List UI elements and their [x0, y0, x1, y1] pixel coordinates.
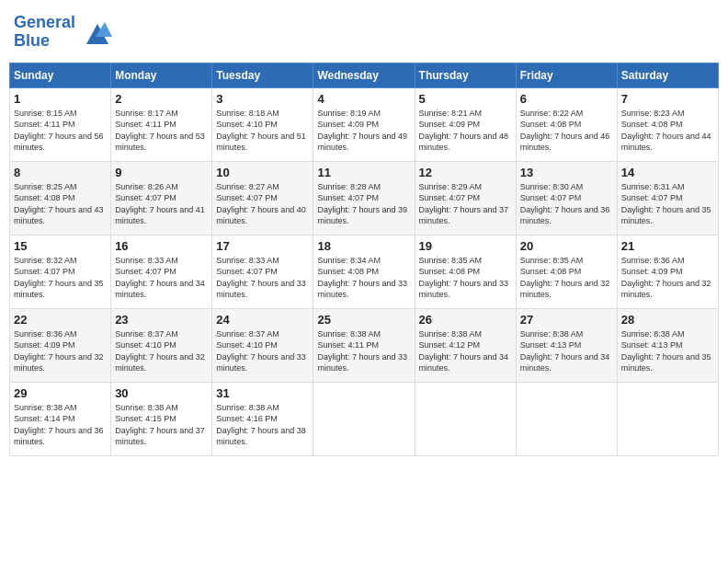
- day-info: Sunrise: 8:38 AM Sunset: 4:16 PM Dayligh…: [216, 402, 309, 448]
- day-number: 23: [115, 313, 208, 327]
- calendar-cell: 31 Sunrise: 8:38 AM Sunset: 4:16 PM Dayl…: [212, 382, 313, 455]
- calendar-cell: 11 Sunrise: 8:28 AM Sunset: 4:07 PM Dayl…: [313, 161, 415, 235]
- day-info: Sunrise: 8:17 AM Sunset: 4:11 PM Dayligh…: [115, 108, 208, 154]
- day-number: 30: [115, 386, 208, 400]
- weekday-header: Saturday: [617, 63, 718, 87]
- day-number: 19: [419, 239, 512, 253]
- day-info: Sunrise: 8:15 AM Sunset: 4:11 PM Dayligh…: [14, 108, 107, 154]
- day-info: Sunrise: 8:38 AM Sunset: 4:11 PM Dayligh…: [317, 328, 410, 374]
- day-info: Sunrise: 8:35 AM Sunset: 4:08 PM Dayligh…: [419, 255, 512, 301]
- calendar-cell: [617, 382, 718, 455]
- weekday-header: Wednesday: [313, 63, 415, 87]
- day-number: 22: [14, 313, 107, 327]
- calendar-cell: 28 Sunrise: 8:38 AM Sunset: 4:13 PM Dayl…: [617, 308, 718, 382]
- day-number: 1: [14, 92, 107, 106]
- calendar-cell: [516, 382, 617, 455]
- day-number: 27: [520, 313, 613, 327]
- day-number: 6: [520, 92, 613, 106]
- day-info: Sunrise: 8:28 AM Sunset: 4:07 PM Dayligh…: [317, 181, 410, 227]
- day-info: Sunrise: 8:18 AM Sunset: 4:10 PM Dayligh…: [216, 108, 309, 154]
- day-info: Sunrise: 8:31 AM Sunset: 4:07 PM Dayligh…: [621, 181, 714, 227]
- calendar-week-row: 1 Sunrise: 8:15 AM Sunset: 4:11 PM Dayli…: [10, 87, 719, 161]
- calendar-cell: 5 Sunrise: 8:21 AM Sunset: 4:09 PM Dayli…: [415, 87, 516, 161]
- calendar-week-row: 29 Sunrise: 8:38 AM Sunset: 4:14 PM Dayl…: [10, 382, 719, 455]
- page-header: GeneralBlue: [9, 9, 719, 55]
- day-info: Sunrise: 8:30 AM Sunset: 4:07 PM Dayligh…: [520, 181, 613, 227]
- calendar-cell: 13 Sunrise: 8:30 AM Sunset: 4:07 PM Dayl…: [516, 161, 617, 235]
- day-info: Sunrise: 8:25 AM Sunset: 4:08 PM Dayligh…: [14, 181, 107, 227]
- calendar-cell: 8 Sunrise: 8:25 AM Sunset: 4:08 PM Dayli…: [10, 161, 111, 235]
- calendar-cell: 16 Sunrise: 8:33 AM Sunset: 4:07 PM Dayl…: [111, 235, 212, 308]
- calendar-week-row: 8 Sunrise: 8:25 AM Sunset: 4:08 PM Dayli…: [10, 161, 719, 235]
- calendar-table: SundayMondayTuesdayWednesdayThursdayFrid…: [9, 63, 719, 456]
- day-info: Sunrise: 8:37 AM Sunset: 4:10 PM Dayligh…: [115, 328, 208, 374]
- calendar-cell: 4 Sunrise: 8:19 AM Sunset: 4:09 PM Dayli…: [313, 87, 415, 161]
- day-number: 16: [115, 239, 208, 253]
- day-info: Sunrise: 8:32 AM Sunset: 4:07 PM Dayligh…: [14, 255, 107, 301]
- calendar-week-row: 15 Sunrise: 8:32 AM Sunset: 4:07 PM Dayl…: [10, 235, 719, 308]
- calendar-cell: 26 Sunrise: 8:38 AM Sunset: 4:12 PM Dayl…: [415, 308, 516, 382]
- day-number: 7: [621, 92, 714, 106]
- day-info: Sunrise: 8:38 AM Sunset: 4:13 PM Dayligh…: [520, 328, 613, 374]
- day-number: 17: [216, 239, 309, 253]
- weekday-header: Thursday: [415, 63, 516, 87]
- day-number: 25: [317, 313, 410, 327]
- calendar-cell: 3 Sunrise: 8:18 AM Sunset: 4:10 PM Dayli…: [212, 87, 313, 161]
- calendar-cell: 19 Sunrise: 8:35 AM Sunset: 4:08 PM Dayl…: [415, 235, 516, 308]
- logo-icon: [79, 18, 112, 46]
- day-number: 18: [317, 239, 410, 253]
- calendar-cell: 12 Sunrise: 8:29 AM Sunset: 4:07 PM Dayl…: [415, 161, 516, 235]
- day-number: 8: [14, 166, 107, 179]
- day-number: 26: [419, 313, 512, 327]
- calendar-cell: 29 Sunrise: 8:38 AM Sunset: 4:14 PM Dayl…: [10, 382, 111, 455]
- calendar-cell: 6 Sunrise: 8:22 AM Sunset: 4:08 PM Dayli…: [516, 87, 617, 161]
- calendar-cell: 1 Sunrise: 8:15 AM Sunset: 4:11 PM Dayli…: [10, 87, 111, 161]
- day-info: Sunrise: 8:38 AM Sunset: 4:12 PM Dayligh…: [419, 328, 512, 374]
- calendar-cell: 21 Sunrise: 8:36 AM Sunset: 4:09 PM Dayl…: [617, 235, 718, 308]
- calendar-cell: 7 Sunrise: 8:23 AM Sunset: 4:08 PM Dayli…: [617, 87, 718, 161]
- weekday-header: Sunday: [10, 63, 111, 87]
- day-info: Sunrise: 8:19 AM Sunset: 4:09 PM Dayligh…: [317, 108, 410, 154]
- day-info: Sunrise: 8:38 AM Sunset: 4:14 PM Dayligh…: [14, 402, 107, 448]
- calendar-week-row: 22 Sunrise: 8:36 AM Sunset: 4:09 PM Dayl…: [10, 308, 719, 382]
- logo: GeneralBlue: [14, 14, 112, 51]
- calendar-cell: 15 Sunrise: 8:32 AM Sunset: 4:07 PM Dayl…: [10, 235, 111, 308]
- day-number: 4: [317, 92, 410, 106]
- calendar-cell: 20 Sunrise: 8:35 AM Sunset: 4:08 PM Dayl…: [516, 235, 617, 308]
- day-info: Sunrise: 8:36 AM Sunset: 4:09 PM Dayligh…: [14, 328, 107, 374]
- day-info: Sunrise: 8:21 AM Sunset: 4:09 PM Dayligh…: [419, 108, 512, 154]
- day-number: 13: [520, 166, 613, 179]
- calendar-cell: 14 Sunrise: 8:31 AM Sunset: 4:07 PM Dayl…: [617, 161, 718, 235]
- day-info: Sunrise: 8:26 AM Sunset: 4:07 PM Dayligh…: [115, 181, 208, 227]
- calendar-cell: 23 Sunrise: 8:37 AM Sunset: 4:10 PM Dayl…: [111, 308, 212, 382]
- day-info: Sunrise: 8:22 AM Sunset: 4:08 PM Dayligh…: [520, 108, 613, 154]
- weekday-header: Monday: [111, 63, 212, 87]
- day-info: Sunrise: 8:34 AM Sunset: 4:08 PM Dayligh…: [317, 255, 410, 301]
- day-number: 29: [14, 386, 107, 400]
- calendar-cell: [313, 382, 415, 455]
- day-number: 5: [419, 92, 512, 106]
- calendar-cell: 10 Sunrise: 8:27 AM Sunset: 4:07 PM Dayl…: [212, 161, 313, 235]
- calendar-cell: 9 Sunrise: 8:26 AM Sunset: 4:07 PM Dayli…: [111, 161, 212, 235]
- day-info: Sunrise: 8:38 AM Sunset: 4:13 PM Dayligh…: [621, 328, 714, 374]
- calendar-cell: 30 Sunrise: 8:38 AM Sunset: 4:15 PM Dayl…: [111, 382, 212, 455]
- calendar-cell: [415, 382, 516, 455]
- calendar-cell: 24 Sunrise: 8:37 AM Sunset: 4:10 PM Dayl…: [212, 308, 313, 382]
- day-number: 14: [621, 166, 714, 179]
- calendar-cell: 22 Sunrise: 8:36 AM Sunset: 4:09 PM Dayl…: [10, 308, 111, 382]
- day-info: Sunrise: 8:37 AM Sunset: 4:10 PM Dayligh…: [216, 328, 309, 374]
- day-info: Sunrise: 8:38 AM Sunset: 4:15 PM Dayligh…: [115, 402, 208, 448]
- calendar-cell: 27 Sunrise: 8:38 AM Sunset: 4:13 PM Dayl…: [516, 308, 617, 382]
- day-info: Sunrise: 8:33 AM Sunset: 4:07 PM Dayligh…: [115, 255, 208, 301]
- day-info: Sunrise: 8:23 AM Sunset: 4:08 PM Dayligh…: [621, 108, 714, 154]
- day-number: 3: [216, 92, 309, 106]
- calendar-cell: 17 Sunrise: 8:33 AM Sunset: 4:07 PM Dayl…: [212, 235, 313, 308]
- day-number: 28: [621, 313, 714, 327]
- day-number: 9: [115, 166, 208, 179]
- day-number: 31: [216, 386, 309, 400]
- day-info: Sunrise: 8:27 AM Sunset: 4:07 PM Dayligh…: [216, 181, 309, 227]
- day-number: 10: [216, 166, 309, 179]
- day-info: Sunrise: 8:35 AM Sunset: 4:08 PM Dayligh…: [520, 255, 613, 301]
- day-number: 2: [115, 92, 208, 106]
- calendar-cell: 25 Sunrise: 8:38 AM Sunset: 4:11 PM Dayl…: [313, 308, 415, 382]
